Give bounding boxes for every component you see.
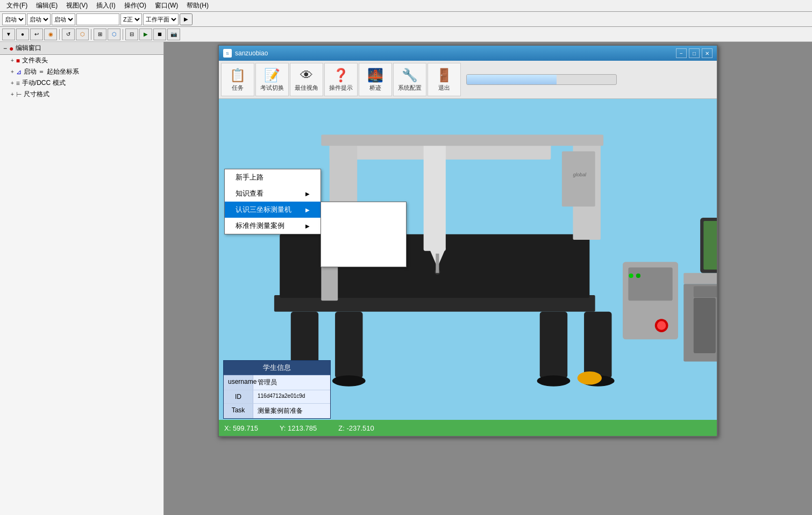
apply-button[interactable]: ▶ (180, 13, 193, 25)
cmm-btn-task[interactable]: 📋 任务 (221, 63, 254, 96)
menu-item-beginner[interactable]: 新手上路 (225, 169, 320, 185)
main-context-menu: 新手上路 知识查看 ▶ 认识三坐标测量机 ▶ (224, 169, 321, 234)
tb-btn-1[interactable]: ▼ (2, 28, 15, 40)
title-left: S sanzuobiao (223, 49, 268, 58)
svg-point-28 (636, 274, 640, 278)
tree-item-dimformat[interactable]: + ⊢ 尺寸格式 (0, 89, 163, 100)
expand-icon-2: + (11, 69, 14, 75)
menu-item-knowledge[interactable]: 知识查看 ▶ (225, 185, 320, 202)
menu-help[interactable]: 帮助(H) (182, 0, 213, 11)
tb-btn-6[interactable]: ⬡ (76, 28, 89, 40)
svg-text:global: global (573, 172, 587, 177)
expand-icon-3: + (11, 80, 14, 86)
tree-label-2: 启动 ＝ 起始坐标系 (24, 67, 79, 76)
menu-item-recognize[interactable]: 认识三坐标测量机 ▶ 测量机简介 结构认知 坐标系说明 AB角介绍 (225, 202, 320, 218)
quit-icon: 🚪 (436, 68, 452, 83)
tree-item-startcoord[interactable]: + ⊿ 启动 ＝ 起始坐标系 (0, 66, 163, 77)
student-info-panel: 学生信息 username 管理员 ID 116d4712a2e01c9d Ta… (223, 360, 331, 419)
cmm-content: global (219, 99, 717, 436)
cmm-title-bar: S sanzuobiao − □ ✕ (219, 46, 717, 61)
maximize-button[interactable]: □ (689, 48, 700, 58)
tb-btn-5[interactable]: ↺ (62, 28, 75, 40)
panel-title: − ● 编辑窗口 (0, 42, 163, 55)
select-startup3[interactable]: 启动 (52, 13, 75, 25)
submenu-item-structure[interactable]: 结构认知 (321, 218, 406, 234)
tb-btn-2[interactable]: ● (16, 28, 29, 40)
task-label: 任务 (232, 84, 244, 92)
select-startup1[interactable]: 启动 (2, 13, 26, 25)
student-info-row-username: username 管理员 (224, 375, 330, 390)
menu-window[interactable]: 窗口(W) (151, 0, 182, 11)
status-x: X: 599.715 (224, 424, 258, 432)
tree-item-fileheader[interactable]: + ■ 文件表头 (0, 55, 163, 66)
menu-view[interactable]: 视图(V) (62, 0, 92, 11)
quit-label: 退出 (438, 84, 450, 92)
angle-icon: ⊿ (16, 68, 22, 76)
cmm-btn-bridge[interactable]: 🌉 桥迹 (359, 63, 392, 96)
student-info-title: 学生信息 (224, 361, 330, 375)
task-icon: 📋 (230, 68, 246, 83)
cmm-btn-sysconfig[interactable]: 🔧 系统配置 (393, 63, 426, 96)
exam-icon: 📝 (264, 68, 280, 83)
tree-label-4: 尺寸格式 (24, 90, 49, 99)
select-workplane[interactable]: 工作平面 (143, 13, 179, 25)
tb-btn-11[interactable]: ⏹ (153, 28, 166, 40)
tree-label-1: 文件表头 (22, 56, 48, 65)
tb-btn-9[interactable]: ⊟ (125, 28, 138, 40)
exam-label: 考试切换 (260, 84, 284, 92)
menu-item-standard-label: 标准件测量案例 (236, 221, 284, 231)
minimize-button[interactable]: − (676, 48, 687, 58)
id-value: 116d4712a2e01c9d (253, 390, 330, 403)
svg-point-27 (629, 274, 633, 278)
tb-btn-12[interactable]: 📷 (167, 28, 180, 40)
cmm-btn-exam[interactable]: 📝 考试切换 (255, 63, 289, 96)
svg-rect-21 (562, 151, 595, 206)
close-button[interactable]: ✕ (702, 48, 713, 58)
menu-edit[interactable]: 编辑(E) (32, 0, 62, 11)
panel-collapse-icon[interactable]: − (3, 45, 7, 52)
tb-btn-10[interactable]: ▶ (139, 28, 152, 40)
panel-dot-icon: ● (9, 44, 13, 53)
cmm-btn-hint[interactable]: ❓ 操件提示 (324, 63, 358, 96)
id-label: ID (224, 390, 253, 403)
svg-point-11 (578, 371, 602, 385)
lines-icon: ≡ (16, 80, 20, 87)
menu-insert[interactable]: 插入(I) (92, 0, 119, 11)
svg-point-26 (657, 321, 666, 330)
cmm-viewport[interactable]: global (219, 99, 717, 436)
cmm-body: 📋 任务 📝 考试切换 👁 最佳视角 ❓ 操件提示 (219, 61, 717, 436)
submenu-recognize: 测量机简介 结构认知 坐标系说明 AB角介绍 (320, 202, 407, 267)
cmm-btn-quit[interactable]: 🚪 退出 (428, 63, 461, 96)
sysconfig-icon: 🔧 (402, 68, 418, 83)
tree-item-dccmode[interactable]: + ≡ 手动/DCC 模式 (0, 77, 163, 89)
tb-btn-4[interactable]: ◉ (44, 28, 57, 40)
select-zpos[interactable]: Z正Z负 (120, 13, 142, 25)
tree-label-3: 手动/DCC 模式 (22, 78, 66, 88)
viewport-area: S sanzuobiao − □ ✕ 📋 任务 📝 (164, 42, 812, 515)
submenu-item-abangle[interactable]: AB角介绍 (321, 251, 406, 267)
submenu-item-coord[interactable]: 坐标系说明 (321, 234, 406, 251)
input-coord[interactable] (76, 13, 119, 25)
expand-icon-4: + (11, 91, 14, 97)
svg-rect-35 (694, 298, 716, 353)
tb-btn-8[interactable]: ⬡ (108, 28, 120, 40)
toolbar1: 启动 启动 启动 Z正Z负 工作平面 ▶ (0, 12, 812, 27)
menu-file[interactable]: 文件(F) (2, 0, 32, 11)
select-startup2[interactable]: 启动 (27, 13, 51, 25)
title-controls: − □ ✕ (676, 48, 713, 58)
sep1 (59, 29, 60, 40)
recognize-arrow: ▶ (305, 207, 310, 213)
tb-btn-7[interactable]: ⊞ (94, 28, 106, 40)
menu-item-knowledge-label: 知识查看 (236, 189, 263, 198)
panel-title-label: 编辑窗口 (16, 44, 41, 53)
menu-bar: 文件(F) 编辑(E) 视图(V) 插入(I) 操作(O) 窗口(W) 帮助(H… (0, 0, 812, 12)
menu-item-standard[interactable]: 标准件测量案例 ▶ (225, 218, 320, 234)
cmm-btn-bestview[interactable]: 👁 最佳视角 (290, 63, 323, 96)
bestview-icon: 👁 (300, 68, 313, 83)
submenu-item-intro[interactable]: 测量机简介 (321, 202, 406, 218)
toolbar-right (462, 74, 715, 85)
cmm-window-title: sanzuobiao (235, 49, 268, 57)
menu-operate[interactable]: 操作(O) (120, 0, 151, 11)
tb-btn-3[interactable]: ↩ (30, 28, 43, 40)
svg-rect-20 (321, 135, 603, 146)
